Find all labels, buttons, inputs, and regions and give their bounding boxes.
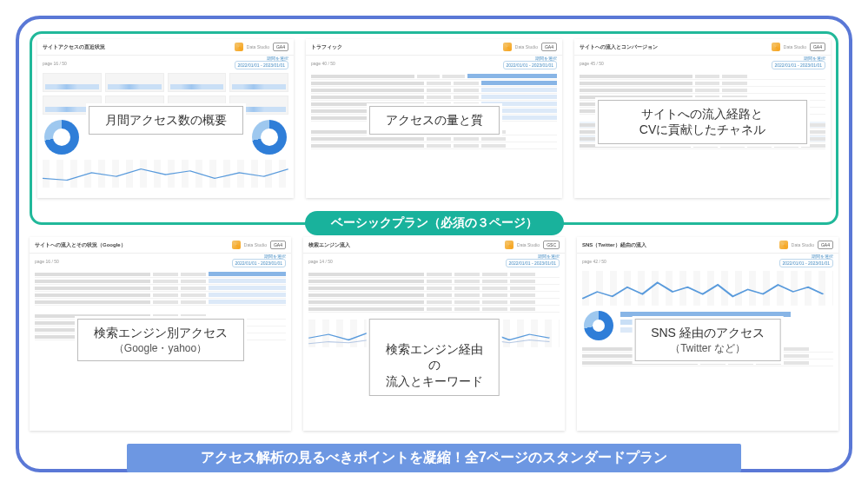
- date-picker[interactable]: 2022/01/01 - 2023/01/01: [506, 259, 560, 267]
- metric-tile: [105, 73, 164, 92]
- card-caption: アクセスの量と質: [369, 106, 500, 135]
- source-badge: GA4: [810, 43, 825, 51]
- sns-donut-chart: [584, 311, 613, 340]
- tool-name: Data Studio: [517, 242, 540, 247]
- card-head: サイトアクセスの直近状況 Data Studio GA4: [37, 39, 294, 56]
- card-head-right: Data Studio GA4: [232, 241, 286, 249]
- page-number: page 16 / 50: [43, 61, 67, 69]
- standard-plan-ribbon: アクセス解析の見るべきポイントを凝縮！全7ページのスタンダードプラン: [127, 444, 741, 472]
- source-badge: GA4: [273, 43, 288, 51]
- table-row: [308, 306, 560, 313]
- table-row: [311, 135, 557, 142]
- page-number: page 42 / 50: [582, 259, 606, 267]
- caption-text: サイトへの流入経路と CVに貢献したチャネル: [639, 107, 765, 137]
- analytics-logo-icon: [232, 241, 241, 249]
- card-head: サイトへの流入とコンバージョン Data Studio GA4: [574, 39, 831, 56]
- analytics-logo-icon: [505, 241, 514, 249]
- source-badge: GA4: [541, 43, 557, 51]
- date-picker[interactable]: 2022/01/01 - 2023/01/01: [503, 61, 558, 69]
- card-caption: 検索エンジン別アクセス （Google・yahoo）: [77, 319, 244, 361]
- caption-text: 月間アクセス数の概要: [105, 113, 227, 127]
- table-row: [580, 73, 825, 80]
- report-card-keyword[interactable]: 検索エンジン流入 Data Studio GSC 期間を選択 page 14 /…: [303, 237, 565, 431]
- caption-sub: （Twitter など）: [651, 341, 765, 355]
- card-head: トラフィック Data Studio GA4: [306, 39, 562, 56]
- card-caption: 月間アクセス数の概要: [89, 106, 243, 135]
- sns-trend-chart: [582, 271, 833, 306]
- search-table: [30, 267, 291, 309]
- source-badge: GA4: [270, 241, 286, 249]
- table-row: [35, 292, 286, 299]
- card-head: 検索エンジン流入 Data Studio GSC: [303, 237, 565, 254]
- analytics-logo-icon: [779, 241, 788, 249]
- date-picker[interactable]: 2022/01/01 - 2023/01/01: [779, 259, 834, 267]
- table-row: [35, 285, 286, 292]
- table-row: [35, 271, 286, 278]
- pager-row: page 40 / 50 2022/01/01 - 2023/01/01: [306, 61, 562, 69]
- table-row: [311, 80, 557, 87]
- card-caption: SNS 経由のアクセス （Twitter など）: [634, 319, 781, 361]
- page-number: page 14 / 50: [308, 259, 333, 267]
- source-badge: GSC: [543, 241, 560, 249]
- basic-plan-group: サイトアクセスの直近状況 Data Studio GA4 期間を選択 page …: [30, 31, 838, 225]
- table-row: [311, 87, 557, 94]
- card-caption: 検索エンジン経由の 流入とキーワード: [368, 319, 500, 397]
- card-caption: サイトへの流入経路と CVに貢献したチャネル: [598, 100, 808, 145]
- table-row: [35, 278, 286, 285]
- analytics-logo-icon: [235, 43, 243, 51]
- source-badge: GA4: [818, 241, 833, 249]
- table-row: [308, 278, 560, 285]
- table-row: [308, 285, 560, 292]
- card-head-right: Data Studio GA4: [235, 43, 288, 51]
- report-card-traffic[interactable]: トラフィック Data Studio GA4 期間を選択 page 40 / 5…: [306, 39, 562, 198]
- card-title: サイトアクセスの直近状況: [43, 43, 105, 51]
- table-row: [308, 271, 560, 278]
- cards-grid: サイトアクセスの直近状況 Data Studio GA4 期間を選択 page …: [30, 31, 838, 431]
- pager-row: page 42 / 50 2022/01/01 - 2023/01/01: [577, 259, 838, 267]
- table-row: [580, 80, 825, 87]
- date-picker[interactable]: 2022/01/01 - 2023/01/01: [772, 61, 826, 69]
- device-donut-chart: [44, 120, 79, 155]
- tool-name: Data Studio: [784, 44, 806, 49]
- card-title: サイトへの流入とその状況（Google）: [35, 241, 126, 249]
- pager-row: page 16 / 50 2022/01/01 - 2023/01/01: [37, 61, 294, 69]
- metric-tile: [43, 73, 102, 92]
- page-number: page 40 / 50: [311, 61, 335, 69]
- caption-text: 検索エンジン経由の 流入とキーワード: [386, 342, 483, 389]
- metric-tile: [229, 73, 288, 92]
- analytics-logo-icon: [503, 43, 512, 51]
- metric-tile: [168, 73, 227, 92]
- tool-name: Data Studio: [792, 242, 814, 247]
- table-row: [308, 292, 560, 299]
- report-card-overview[interactable]: サイトアクセスの直近状況 Data Studio GA4 期間を選択 page …: [37, 39, 294, 198]
- keyword-table: [303, 267, 565, 316]
- table-row: [580, 87, 825, 94]
- caption-text: SNS 経由のアクセス: [651, 326, 765, 340]
- pager-row: page 14 / 50 2022/01/01 - 2023/01/01: [303, 259, 565, 267]
- caption-sub: （Google・yahoo）: [94, 341, 228, 355]
- session-donut-chart: [252, 120, 287, 155]
- card-title: サイトへの流入とコンバージョン: [580, 43, 658, 51]
- report-card-sns[interactable]: SNS（Twitter）経由の流入 Data Studio GA4 期間を選択 …: [577, 237, 838, 431]
- basic-plan-ribbon: ベーシックプラン（必須の３ページ）: [305, 211, 564, 235]
- page-number: page 45 / 50: [580, 61, 604, 69]
- card-head-right: Data Studio GA4: [503, 43, 557, 51]
- page-number: page 16 / 50: [35, 259, 59, 267]
- date-picker[interactable]: 2022/01/01 - 2023/01/01: [232, 259, 287, 267]
- card-head-right: Data Studio GSC: [505, 241, 560, 249]
- table-row: [311, 94, 557, 101]
- card-head-right: Data Studio GA4: [779, 241, 833, 249]
- caption-text: 検索エンジン別アクセス: [94, 326, 228, 340]
- card-head: SNS（Twitter）経由の流入 Data Studio GA4: [577, 237, 838, 254]
- report-card-search-engine[interactable]: サイトへの流入とその状況（Google） Data Studio GA4 期間を…: [30, 237, 291, 431]
- date-picker[interactable]: 2022/01/01 - 2023/01/01: [235, 61, 289, 69]
- caption-text: アクセスの量と質: [386, 113, 483, 127]
- report-card-channel-cv[interactable]: サイトへの流入とコンバージョン Data Studio GA4 期間を選択 pa…: [574, 39, 831, 198]
- pager-row: page 16 / 50 2022/01/01 - 2023/01/01: [30, 259, 291, 267]
- card-title: SNS（Twitter）経由の流入: [582, 241, 646, 249]
- analytics-logo-icon: [772, 43, 780, 51]
- trend-chart: [43, 160, 288, 188]
- table-row: [311, 142, 557, 149]
- table-row: [311, 73, 557, 80]
- standard-plan-frame: サイトアクセスの直近状況 Data Studio GA4 期間を選択 page …: [16, 16, 852, 472]
